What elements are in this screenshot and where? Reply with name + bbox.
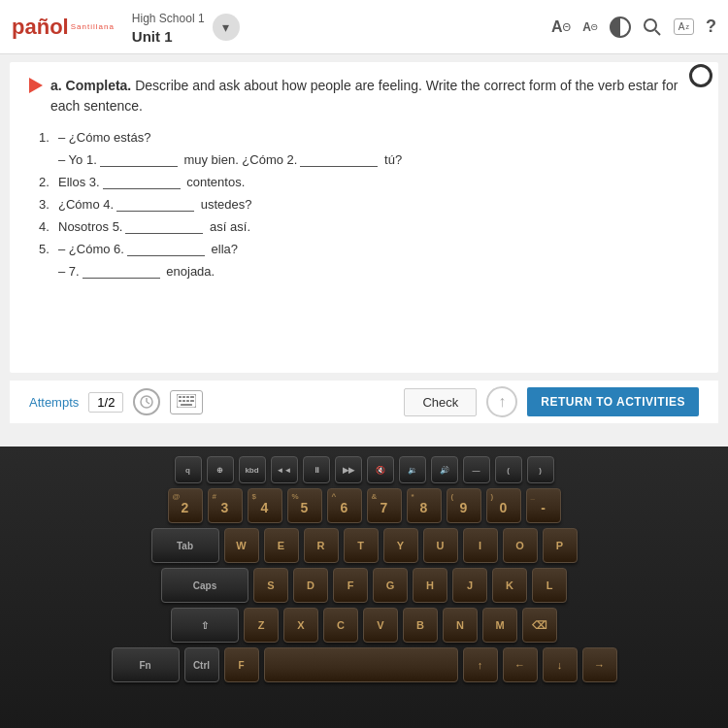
key-g[interactable]: G xyxy=(373,568,408,603)
key-p[interactable]: P xyxy=(543,528,578,563)
key-bracket-fn[interactable]: ( xyxy=(495,456,522,483)
key-right[interactable]: → xyxy=(582,647,617,682)
fn-key-row: q ⊕ kbd ◄◄ ⏸ ▶▶ 🔇 🔉 🔊 — ( ) xyxy=(0,456,728,483)
key-w-fn[interactable]: ⊕ xyxy=(207,456,234,483)
key-y[interactable]: Y xyxy=(383,528,418,563)
search-icon xyxy=(643,17,662,37)
contrast-button[interactable] xyxy=(610,17,631,38)
nav-controls: AΘ AΘ Az ? xyxy=(551,17,716,38)
key-dash[interactable]: _- xyxy=(526,488,561,523)
key-z[interactable]: Z xyxy=(244,608,279,643)
brand-logo: pañol Santillana xyxy=(12,15,115,40)
key-5[interactable]: %5 xyxy=(287,488,322,523)
blank-6[interactable] xyxy=(127,243,205,256)
key-space[interactable] xyxy=(264,647,458,682)
key-r[interactable]: R xyxy=(304,528,339,563)
key-q-fn[interactable]: q xyxy=(175,456,202,483)
key-6[interactable]: ^6 xyxy=(327,488,362,523)
svg-rect-7 xyxy=(182,396,185,398)
activity-title: a. Completa. Describe and ask about how … xyxy=(50,76,699,116)
key-o-fn[interactable]: 🔊 xyxy=(431,456,458,483)
brand-prefix: pa xyxy=(12,15,37,40)
activity-header: a. Completa. Describe and ask about how … xyxy=(29,76,699,116)
key-t[interactable]: T xyxy=(344,528,379,563)
help-button[interactable]: ? xyxy=(706,17,716,37)
blank-4[interactable] xyxy=(116,198,194,212)
exercise-4-text: Nosotros 5. así así. xyxy=(58,219,250,234)
key-shift-left[interactable]: ⇧ xyxy=(171,608,239,643)
navbar: pañol Santillana High School 1 Unit 1 ▾ … xyxy=(0,0,728,54)
key-o[interactable]: O xyxy=(503,528,538,563)
key-h[interactable]: H xyxy=(413,568,447,603)
key-4[interactable]: $4 xyxy=(248,488,282,523)
key-k[interactable]: K xyxy=(492,568,527,603)
key-left[interactable]: ← xyxy=(503,647,538,682)
key-c[interactable]: C xyxy=(323,608,358,643)
blank-7[interactable] xyxy=(83,265,160,279)
keyboard-area: q ⊕ kbd ◄◄ ⏸ ▶▶ 🔇 🔉 🔊 — ( ) @2 #3 $4 %5 … xyxy=(0,447,728,728)
exercise-5: 5. – ¿Cómo 6. ella? xyxy=(39,242,699,256)
course-unit: Unit 1 xyxy=(132,28,173,45)
font-decrease-button[interactable]: AΘ xyxy=(582,20,598,34)
key-u-fn[interactable]: 🔇 xyxy=(367,456,394,483)
key-p-fn[interactable]: — xyxy=(463,456,490,483)
attempts-label: Attempts xyxy=(29,395,79,410)
key-i-fn[interactable]: 🔉 xyxy=(399,456,426,483)
key-f[interactable]: F xyxy=(333,568,368,603)
timer-button[interactable] xyxy=(133,388,160,415)
key-n[interactable]: N xyxy=(443,608,478,643)
number-row: @2 #3 $4 %5 ^6 &7 *8 (9 )0 _- xyxy=(0,488,728,523)
key-3[interactable]: #3 xyxy=(208,488,243,523)
keyboard-icon xyxy=(177,394,196,408)
search-button[interactable] xyxy=(643,17,662,37)
key-x[interactable]: X xyxy=(283,608,318,643)
blank-5[interactable] xyxy=(125,220,203,234)
blank-1[interactable] xyxy=(100,153,178,167)
blank-3[interactable] xyxy=(103,176,181,189)
key-8[interactable]: *8 xyxy=(407,488,442,523)
exercise-3-num: 3. xyxy=(39,197,54,212)
key-2[interactable]: @2 xyxy=(168,488,203,523)
key-9[interactable]: (9 xyxy=(447,488,481,523)
key-u[interactable]: U xyxy=(423,528,458,563)
key-0[interactable]: )0 xyxy=(486,488,521,523)
key-e-fn[interactable]: kbd xyxy=(239,456,266,483)
font-decrease-theta: Θ xyxy=(591,22,598,32)
key-caps[interactable]: Caps xyxy=(161,568,248,603)
key-d[interactable]: D xyxy=(293,568,328,603)
key-b[interactable]: B xyxy=(403,608,438,643)
return-to-activities-button[interactable]: RETURN TO ACTIVITIES xyxy=(527,387,699,416)
font-increase-label: A xyxy=(551,18,563,36)
keyboard-toggle-button[interactable] xyxy=(170,390,203,414)
key-v[interactable]: V xyxy=(363,608,398,643)
scroll-up-button[interactable]: ↑ xyxy=(486,386,517,417)
key-l[interactable]: L xyxy=(532,568,567,603)
key-y-fn[interactable]: ▶▶ xyxy=(335,456,362,483)
keyboard-layout-icon: Az xyxy=(674,18,694,35)
key-fn-left[interactable]: Fn xyxy=(112,647,180,682)
font-increase-theta: Θ xyxy=(563,21,572,33)
keyboard-layout-button[interactable]: Az xyxy=(674,18,694,35)
blank-2[interactable] xyxy=(300,153,378,167)
key-f[interactable]: F xyxy=(224,647,259,682)
key-w[interactable]: W xyxy=(224,528,259,563)
key-r-fn[interactable]: ◄◄ xyxy=(271,456,298,483)
key-7[interactable]: &7 xyxy=(367,488,402,523)
dropdown-button[interactable]: ▾ xyxy=(213,14,240,41)
key-up[interactable]: ↑ xyxy=(463,647,498,682)
key-t-fn[interactable]: ⏸ xyxy=(303,456,330,483)
key-m[interactable]: M xyxy=(482,608,517,643)
key-i[interactable]: I xyxy=(463,528,498,563)
key-j[interactable]: J xyxy=(452,568,487,603)
key-down[interactable]: ↓ xyxy=(543,647,578,682)
key-bracket2-fn[interactable]: ) xyxy=(527,456,554,483)
svg-line-1 xyxy=(655,30,660,35)
check-button[interactable]: Check xyxy=(404,388,477,416)
key-s[interactable]: S xyxy=(253,568,288,603)
key-ctrl[interactable]: Ctrl xyxy=(184,647,219,682)
svg-rect-6 xyxy=(179,396,182,398)
key-e[interactable]: E xyxy=(264,528,299,563)
font-increase-button[interactable]: AΘ xyxy=(551,18,571,36)
key-shift-right[interactable]: ⌫ xyxy=(522,608,557,643)
key-tab[interactable]: Tab xyxy=(151,528,219,563)
